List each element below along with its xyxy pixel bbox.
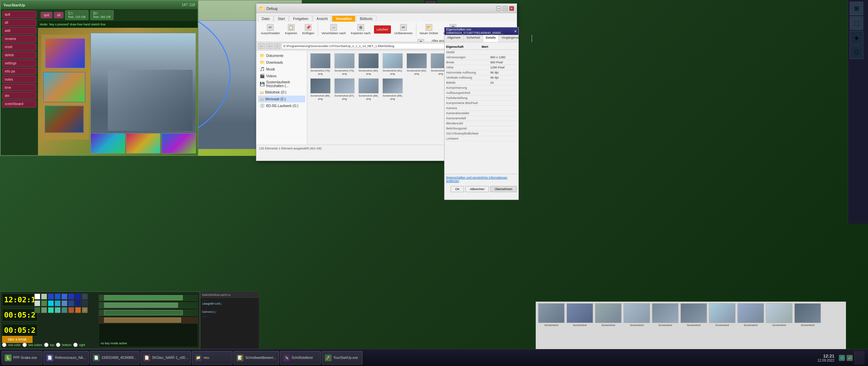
- fe-tab-start[interactable]: Start: [274, 16, 289, 22]
- taskbar-schriftstellerei[interactable]: ✒️ Schriftstellerei: [280, 351, 321, 365]
- color-tealblue[interactable]: [61, 307, 67, 313]
- taskbar-referenz[interactable]: 📄 Referenzraum_NA...: [43, 351, 89, 365]
- fe-close-btn[interactable]: ✕: [509, 6, 514, 11]
- bs-item-6[interactable]: Screenshot: [680, 303, 708, 347]
- timeline-block-4[interactable]: [104, 318, 181, 323]
- bs-item-9[interactable]: Screenshot: [765, 303, 793, 347]
- btn-add[interactable]: add: [2, 27, 36, 34]
- btn-all[interactable]: all: [2, 19, 36, 26]
- bs-item-10[interactable]: Screenshot: [794, 303, 822, 347]
- btn-info[interactable]: info pa: [2, 68, 36, 75]
- timeline-block-1[interactable]: [104, 295, 183, 300]
- btn-reset[interactable]: reset: [2, 43, 36, 50]
- toolbar-quit-btn[interactable]: quit: [41, 12, 52, 18]
- color-darkblue[interactable]: [55, 293, 61, 300]
- color-lighteal[interactable]: [55, 307, 61, 313]
- color-navy[interactable]: [68, 293, 74, 300]
- fe-btn-verschieben[interactable]: → Verschieben nach: [320, 23, 348, 36]
- color-green[interactable]: [41, 300, 47, 306]
- color-blue[interactable]: [48, 293, 54, 300]
- fe-btn-neuer-ordner[interactable]: 📂 Neuer Ordner: [418, 23, 440, 36]
- fe-sidebar-bibliothek[interactable]: 🖴 Bibliothek (D:): [258, 89, 305, 96]
- fe-btn-ausschneiden[interactable]: ✂ Ausschneiden: [259, 23, 282, 36]
- props-tab-vorgaenger[interactable]: Vorgängerversionen: [499, 35, 532, 42]
- fe-tab-bildtools[interactable]: Bildtools: [356, 16, 376, 22]
- fe-file-80[interactable]: Screenshot (80).png: [357, 52, 380, 76]
- bs-item-4[interactable]: Screenshot: [623, 303, 651, 347]
- color-darknavy[interactable]: [82, 293, 88, 300]
- color-orange[interactable]: [75, 307, 81, 313]
- btn-dm[interactable]: dm: [2, 92, 36, 99]
- props-tab-details[interactable]: Details: [483, 35, 499, 42]
- props-tab-sicherheit[interactable]: Sicherheit: [464, 35, 483, 42]
- tray-network[interactable]: 🌐: [839, 355, 845, 361]
- fe-file-81[interactable]: Screenshot (81).png: [381, 52, 404, 76]
- fe-file-86[interactable]: Screenshot (86).png: [309, 77, 332, 101]
- color-palegray[interactable]: [34, 300, 40, 306]
- fe-file-87[interactable]: Screenshot (87).png: [333, 77, 356, 101]
- btn-rename[interactable]: rename: [2, 35, 36, 42]
- props-close-btn[interactable]: ✕: [514, 29, 517, 33]
- props-apply-btn[interactable]: Übernehmen: [490, 186, 517, 192]
- fe-tab-ansicht[interactable]: Ansicht: [313, 16, 332, 22]
- taskbar-snake[interactable]: 🐍 PPF-Snake.exe: [2, 351, 42, 365]
- fe-forward-btn[interactable]: →: [266, 43, 273, 49]
- fe-address-path[interactable]: E:\Programmierung\Sourcecodes C#\YourSta…: [281, 43, 470, 49]
- fe-sidebar-downloads[interactable]: 📁 Downloads: [258, 59, 305, 66]
- system-icon-4[interactable]: ⬡: [850, 45, 863, 59]
- fe-back-btn[interactable]: ←: [258, 43, 265, 49]
- toolbar-all-btn[interactable]: all: [54, 12, 63, 18]
- color-teal[interactable]: [48, 307, 54, 313]
- color-lightgreen[interactable]: [41, 293, 47, 300]
- fe-file-88[interactable]: Screenshot (88).png: [357, 77, 380, 101]
- taskbar-neu[interactable]: 📁 neu: [192, 351, 233, 365]
- color-deepblue[interactable]: [75, 293, 81, 300]
- system-icon-3[interactable]: ◈: [850, 31, 863, 44]
- taskbar-yourstartup[interactable]: 🚀 YourStartUp.exe: [322, 351, 362, 365]
- system-icon-1[interactable]: ⊞: [850, 2, 863, 15]
- taskbar-skgtec[interactable]: 📄 SKGtec_NARF-1_v00...: [140, 351, 191, 365]
- system-icon-2[interactable]: ⬚: [850, 16, 863, 30]
- color-darkgreen[interactable]: [34, 307, 40, 313]
- fe-maximize-btn[interactable]: □: [503, 6, 508, 11]
- radio-right[interactable]: [73, 343, 78, 347]
- fe-sidebar-dokumente[interactable]: 📁 Dokumente: [258, 52, 305, 59]
- fe-file-89[interactable]: Screenshot (89).png: [381, 77, 404, 101]
- bs-item-5[interactable]: Screenshot: [651, 303, 679, 347]
- radio-one-color[interactable]: [2, 343, 6, 347]
- fe-sidebar-werkstatt[interactable]: 🖴 Werkstatt (E:): [258, 96, 305, 102]
- btn-time[interactable]: time: [2, 84, 36, 91]
- fe-tab-freigeben[interactable]: Freigeben: [289, 16, 312, 22]
- taskbar-file1[interactable]: 📄 193553488_4039988...: [90, 351, 139, 365]
- bs-item-7[interactable]: Screenshot: [708, 303, 736, 347]
- props-ok-btn[interactable]: OK: [451, 186, 464, 192]
- bs-item-1[interactable]: Screenshot: [537, 303, 565, 347]
- bs-item-2[interactable]: Screenshot: [566, 303, 594, 347]
- canvas-area[interactable]: [38, 28, 198, 155]
- radio-two-colors[interactable]: [22, 343, 27, 347]
- fe-tab-datei[interactable]: Datei: [258, 16, 273, 22]
- taskbar-schreib[interactable]: 📝 Schreibwettbewert...: [234, 351, 279, 365]
- color-medgreen[interactable]: [41, 307, 47, 313]
- fe-btn-einfuegen[interactable]: 📌 Einfügen: [301, 23, 316, 36]
- fe-file-78[interactable]: Screenshot (78).png: [309, 52, 332, 76]
- btn-quit[interactable]: quit: [2, 11, 36, 18]
- fe-tab-verwalten[interactable]: Verwalten: [332, 16, 355, 22]
- radio-top[interactable]: [44, 343, 48, 347]
- bs-item-3[interactable]: Screenshot: [594, 303, 622, 347]
- fe-btn-kopieren2[interactable]: ⊕ Kopieren nach: [349, 23, 372, 36]
- props-tab-allgemein[interactable]: Allgemein: [445, 35, 464, 42]
- props-remove-link[interactable]: Eigenschaften und persönliche Informatio…: [446, 176, 517, 183]
- fe-minimize-btn[interactable]: ─: [496, 6, 501, 11]
- props-cancel-btn[interactable]: Abbrechen: [465, 186, 489, 192]
- radio-bottom[interactable]: [56, 343, 60, 347]
- timeline-block-3[interactable]: [104, 310, 183, 315]
- break-button[interactable]: take a break: [2, 336, 33, 343]
- fe-file-82[interactable]: Screenshot (82).png: [405, 52, 428, 76]
- show-desktop-btn[interactable]: [854, 351, 865, 365]
- color-indigoblue[interactable]: [75, 300, 81, 306]
- color-cyan[interactable]: [48, 300, 54, 306]
- fe-file-79[interactable]: Screenshot (79).png: [333, 52, 356, 76]
- color-white[interactable]: [34, 293, 40, 300]
- color-skyblue[interactable]: [55, 300, 61, 306]
